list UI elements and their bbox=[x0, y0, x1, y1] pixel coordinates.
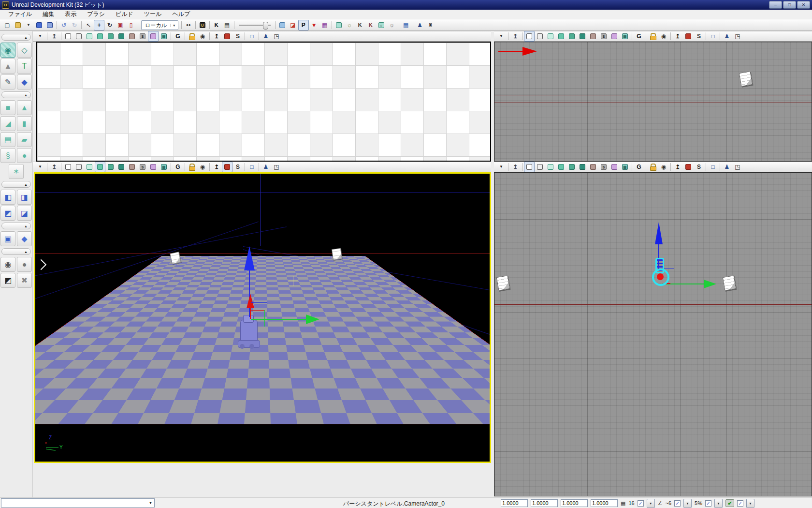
tr-light-complexity-mode[interactable] bbox=[588, 31, 598, 42]
bl-viewport-options-dropdown[interactable]: ▼ bbox=[35, 162, 45, 172]
gizmo-z-arrow[interactable] bbox=[655, 222, 663, 244]
br-lock-viewport-toggle[interactable] bbox=[648, 162, 658, 172]
brush-polys-button[interactable] bbox=[277, 20, 288, 30]
hide-selected-button[interactable]: ● bbox=[17, 257, 32, 272]
maximize-button[interactable]: □ bbox=[783, 1, 796, 9]
br-maximize-viewport-button[interactable]: □ bbox=[708, 162, 718, 172]
br-unlit-mode[interactable] bbox=[545, 162, 556, 172]
bl-float-viewport-button[interactable]: ◳ bbox=[271, 162, 282, 172]
scale-tool[interactable]: ▣ bbox=[115, 20, 126, 30]
save-all-button[interactable] bbox=[44, 20, 55, 30]
br-texture-density-mode[interactable]: ▦ bbox=[620, 162, 630, 172]
tl-realtime-toggle[interactable]: ↥ bbox=[49, 31, 59, 42]
scale-snap-dropdown[interactable]: ▼ bbox=[714, 499, 723, 508]
tl-texture-density-mode[interactable]: ▦ bbox=[159, 31, 169, 42]
build-cover-button[interactable]: K bbox=[365, 20, 376, 30]
tl-shader-complexity-mode[interactable]: $ bbox=[137, 31, 148, 42]
bl-show-flags-eye[interactable]: ◉ bbox=[197, 162, 208, 172]
build-lighting-button[interactable]: ☼ bbox=[344, 20, 355, 30]
close-button[interactable]: ✕ bbox=[797, 1, 810, 9]
autosave-checkbox[interactable]: ✓ bbox=[737, 500, 743, 507]
static-mesh-mode-button[interactable]: ◆ bbox=[17, 75, 32, 90]
modes-section-collapse[interactable]: ▲ bbox=[1, 34, 31, 41]
menu-build[interactable]: ビルド bbox=[110, 9, 139, 19]
tr-play-in-viewport-button[interactable]: ♟ bbox=[722, 31, 732, 42]
bl-wireframe-mode[interactable] bbox=[73, 162, 84, 172]
tl-lighting-only-mode[interactable] bbox=[116, 31, 127, 42]
play-in-editor-button[interactable]: P bbox=[298, 20, 309, 30]
viewport-front-ortho[interactable] bbox=[494, 172, 812, 496]
br-shader-complexity-mode[interactable]: $ bbox=[598, 162, 609, 172]
bl-realtime-toggle[interactable]: ↥ bbox=[49, 162, 59, 172]
scale-snap-checkbox[interactable]: ✓ bbox=[705, 500, 711, 507]
kismet-button[interactable]: K bbox=[211, 20, 222, 30]
menu-edit[interactable]: 編集 bbox=[37, 9, 59, 19]
volumetric-brush-button[interactable]: ✶ bbox=[9, 164, 24, 179]
scale-field-1[interactable] bbox=[501, 499, 528, 507]
tl-actor-preview-toggle[interactable] bbox=[222, 31, 232, 42]
tr-squint-mode-toggle[interactable]: S bbox=[694, 31, 704, 42]
viewport-side-ortho[interactable] bbox=[494, 42, 812, 162]
viewport-top-ortho[interactable] bbox=[36, 42, 491, 162]
camera-mode-button[interactable]: ◉ bbox=[0, 43, 15, 58]
tl-show-flags-eye[interactable]: ◉ bbox=[197, 31, 208, 42]
rotate-tool[interactable]: ↻ bbox=[104, 20, 115, 30]
viewport-perspective[interactable]: Z x Y bbox=[34, 172, 491, 463]
visibility-section-collapse[interactable]: ▲ bbox=[1, 248, 31, 255]
tl-viewport-options-dropdown[interactable]: ▼ bbox=[35, 31, 45, 42]
undo-button[interactable]: ↺ bbox=[58, 20, 69, 30]
gizmo-z-arrow[interactable] bbox=[244, 246, 255, 270]
br-detail-lighting-mode[interactable] bbox=[566, 162, 577, 172]
tr-maximize-viewport-button[interactable]: □ bbox=[708, 31, 718, 42]
autosave-dropdown[interactable]: ▼ bbox=[746, 499, 754, 508]
special-brush-button[interactable]: ▣ bbox=[0, 231, 15, 246]
invert-selection-button[interactable]: ◩ bbox=[0, 273, 15, 288]
drag-grid-checkbox[interactable]: ✓ bbox=[638, 500, 644, 507]
stairs-brush-button[interactable]: ▤ bbox=[0, 132, 15, 147]
build-geometry-button[interactable] bbox=[334, 20, 344, 30]
tr-float-viewport-button[interactable]: ◳ bbox=[732, 31, 743, 42]
save-button[interactable] bbox=[34, 20, 44, 30]
rotation-grid-checkbox[interactable]: ✓ bbox=[674, 500, 681, 507]
tl-play-in-viewport-button[interactable]: ♟ bbox=[261, 31, 271, 42]
tl-squint-mode-toggle[interactable]: S bbox=[232, 31, 243, 42]
prefab-lock-button[interactable]: ◪ bbox=[288, 20, 298, 30]
bl-game-view-toggle[interactable]: G bbox=[173, 162, 183, 172]
menu-tools[interactable]: ツール bbox=[139, 9, 167, 19]
open-recent-dropdown[interactable]: ▼ bbox=[23, 20, 34, 30]
tr-lighting-only-mode[interactable] bbox=[577, 31, 588, 42]
br-lighting-only-mode[interactable] bbox=[577, 162, 588, 172]
rotation-grid-dropdown[interactable]: ▼ bbox=[683, 499, 692, 508]
br-play-in-viewport-button[interactable]: ♟ bbox=[722, 162, 732, 172]
tl-lock-viewport-toggle[interactable] bbox=[187, 31, 197, 42]
scale-field-3[interactable] bbox=[561, 499, 588, 507]
tl-unlit-mode[interactable] bbox=[84, 31, 95, 42]
tr-shader-complexity-mode[interactable]: $ bbox=[598, 31, 609, 42]
br-squint-mode-toggle[interactable]: S bbox=[694, 162, 704, 172]
cylinder-brush-button[interactable]: ▮ bbox=[17, 116, 32, 131]
tr-lightmap-density-mode[interactable] bbox=[609, 31, 620, 42]
gizmo-y-arrow[interactable] bbox=[306, 314, 319, 324]
br-show-flags-eye[interactable]: ◉ bbox=[658, 162, 669, 172]
publish-button[interactable]: ▼ bbox=[309, 20, 319, 30]
gizmo-y-arrow[interactable] bbox=[704, 280, 716, 288]
br-wireframe-mode[interactable] bbox=[535, 162, 545, 172]
coordinate-system-combo[interactable]: ローカル▼ bbox=[141, 20, 178, 30]
drag-grid-dropdown[interactable]: ▼ bbox=[647, 499, 655, 508]
br-camera-joystick[interactable]: ↥ bbox=[672, 162, 683, 172]
bl-play-in-viewport-button[interactable]: ♟ bbox=[261, 162, 271, 172]
bl-actor-preview-toggle[interactable] bbox=[222, 162, 232, 172]
tr-realtime-toggle[interactable]: ↥ bbox=[510, 31, 521, 42]
open-map-button[interactable] bbox=[13, 20, 23, 30]
tr-show-flags-eye[interactable]: ◉ bbox=[658, 31, 669, 42]
menu-file[interactable]: ファイル bbox=[3, 9, 37, 19]
tl-camera-joystick[interactable]: ↥ bbox=[211, 31, 222, 42]
csg-deintersect-button[interactable]: ◪ bbox=[17, 206, 32, 221]
tr-viewport-options-dropdown[interactable]: ▼ bbox=[496, 31, 507, 42]
sphere-brush-button[interactable]: ● bbox=[17, 148, 32, 163]
br-light-complexity-mode[interactable] bbox=[588, 162, 598, 172]
tr-wireframe-mode[interactable] bbox=[535, 31, 545, 42]
csg-intersect-button[interactable]: ◩ bbox=[0, 206, 15, 221]
bl-lightmap-density-mode[interactable] bbox=[148, 162, 159, 172]
bl-squint-mode-toggle[interactable]: S bbox=[232, 162, 243, 172]
